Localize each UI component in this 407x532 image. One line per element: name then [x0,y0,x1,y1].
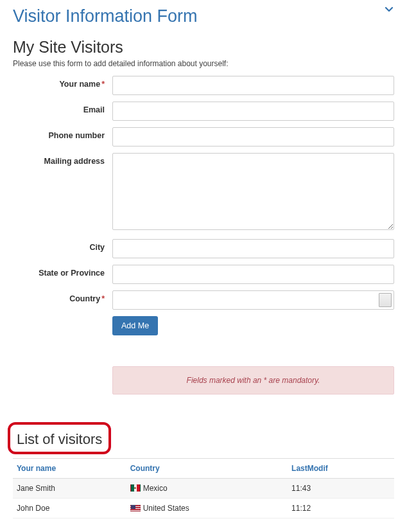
label-state: State or Province [13,265,112,278]
cell-country: United States [126,499,288,519]
table-row: John Doe United States 11:12 [13,499,394,519]
cell-name: Jane Smith [13,479,126,499]
col-country[interactable]: Country [126,459,288,479]
visitors-table: Your name Country LastModif Jane Smith M… [13,458,394,519]
label-city: City [13,239,112,252]
phone-field[interactable] [112,127,394,146]
city-field[interactable] [112,239,394,258]
flag-icon-mx [130,484,141,492]
form-heading: My Site Visitors [13,31,394,59]
address-field[interactable] [112,153,394,230]
cell-lastmodif: 11:12 [288,499,394,519]
chevron-down-icon[interactable] [385,5,393,15]
cell-lastmodif: 11:43 [288,479,394,499]
label-address: Mailing address [13,153,112,166]
label-country: Country* [13,290,112,303]
cell-name: John Doe [13,499,126,519]
email-field[interactable] [112,102,394,121]
flag-icon-us [130,504,141,511]
col-lastmodif[interactable]: LastModif [288,459,394,479]
add-me-button[interactable]: Add Me [112,316,158,335]
table-row: Jane Smith Mexico 11:43 [13,479,394,499]
visitors-heading: List of visitors [13,430,106,449]
label-name: Your name* [13,76,112,89]
label-email: Email [13,102,112,114]
label-phone: Phone number [13,127,112,140]
col-name[interactable]: Your name [13,459,126,479]
form-instruction: Please use this form to add detailed inf… [13,59,394,68]
name-field[interactable] [112,76,394,95]
country-select[interactable] [112,290,394,310]
page-title: Visitor Information Form [13,0,394,31]
mandatory-note: Fields marked with an * are mandatory. [112,366,394,395]
cell-country: Mexico [126,479,288,499]
state-field[interactable] [112,265,394,284]
